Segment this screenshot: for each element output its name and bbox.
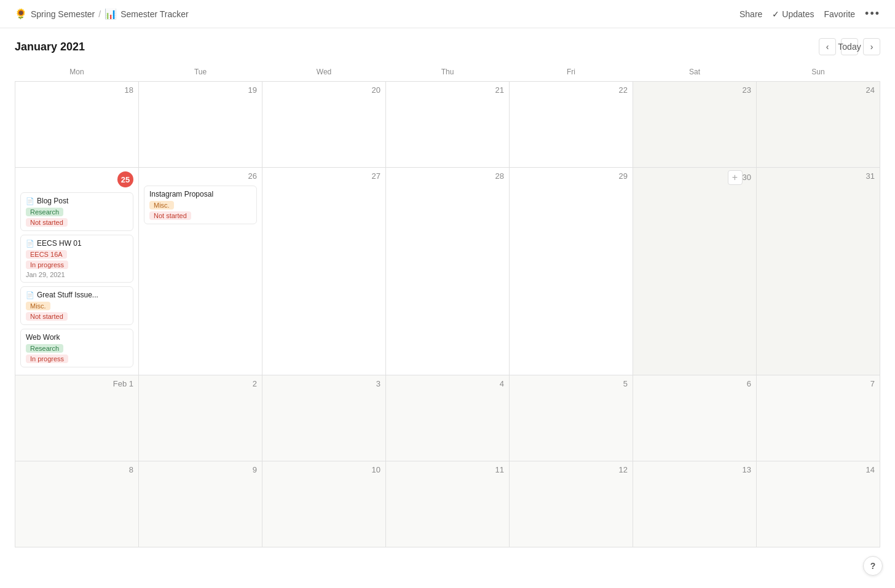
week-row: 18192021222324 bbox=[15, 82, 880, 168]
event-tags: ResearchIn progress bbox=[26, 344, 128, 363]
calendar-day: 25📄Blog PostResearchNot started📄EECS HW … bbox=[15, 168, 139, 375]
event-tag: In progress bbox=[26, 355, 68, 363]
day-num-container: 8 bbox=[20, 465, 133, 477]
document-icon: 📄 bbox=[26, 291, 34, 299]
day-num-container: 13 bbox=[638, 465, 751, 477]
calendar-day: 28 bbox=[386, 168, 510, 375]
event-title-text: Blog Post bbox=[37, 197, 68, 205]
day-num-container: Feb 1 bbox=[20, 379, 133, 391]
day-number: 2 bbox=[253, 379, 257, 388]
parent-icon: 🌻 bbox=[15, 8, 27, 20]
calendar-day: 11 bbox=[386, 461, 510, 547]
calendar-day: 31 bbox=[757, 168, 880, 375]
event-tag: Not started bbox=[149, 211, 191, 220]
event-title: Web Work bbox=[26, 333, 128, 342]
calendar-day: 22 bbox=[510, 82, 633, 168]
event-title-text: EECS HW 01 bbox=[37, 239, 82, 248]
calendar-day: 9 bbox=[139, 461, 262, 547]
day-number: 28 bbox=[495, 171, 504, 181]
day-number: 21 bbox=[495, 85, 504, 95]
week-row: 25📄Blog PostResearchNot started📄EECS HW … bbox=[15, 168, 880, 375]
day-number: 20 bbox=[372, 85, 380, 95]
calendar-day: 6 bbox=[633, 375, 757, 461]
event-tag: EECS 16A bbox=[26, 250, 67, 259]
calendar-wrapper: January 2021 ‹ Today › MonTueWedThuFriSa… bbox=[0, 28, 895, 557]
day-num-container: 29 bbox=[515, 171, 628, 183]
day-number: 30 bbox=[743, 173, 751, 182]
event-title: 📄Blog Post bbox=[26, 197, 128, 205]
calendar-day: 18 bbox=[15, 82, 139, 168]
breadcrumb: 🌻 Spring Semester / 📊 Semester Tracker bbox=[15, 8, 189, 20]
calendar-day: 24 bbox=[757, 82, 880, 168]
calendar-day: 20 bbox=[262, 82, 386, 168]
event-tag: Misc. bbox=[26, 302, 50, 310]
updates-button[interactable]: ✓ Updates bbox=[772, 9, 814, 19]
day-num-container: 18 bbox=[20, 85, 133, 97]
day-num-container: 3 bbox=[267, 379, 380, 391]
calendar-title: January 2021 bbox=[15, 41, 85, 53]
day-num-container: 25 bbox=[20, 171, 133, 190]
calendar-nav: ‹ Today › bbox=[819, 38, 880, 55]
today-button[interactable]: Today bbox=[841, 38, 858, 55]
share-button[interactable]: Share bbox=[739, 9, 762, 19]
day-number: 8 bbox=[129, 465, 133, 474]
day-number: 31 bbox=[866, 171, 875, 181]
day-number: 13 bbox=[743, 465, 751, 474]
calendar-day: 4 bbox=[386, 375, 510, 461]
day-num-container: 7 bbox=[762, 379, 875, 391]
day-num-container: 24 bbox=[762, 85, 875, 97]
day-number: 11 bbox=[495, 465, 504, 474]
calendar-header: January 2021 ‹ Today › bbox=[15, 38, 880, 55]
event-tag: Research bbox=[26, 344, 63, 353]
today-day-num: 25 bbox=[117, 171, 133, 187]
event-title: Instagram Proposal bbox=[149, 190, 251, 198]
day-header-mon: Mon bbox=[15, 65, 139, 82]
event-card[interactable]: 📄EECS HW 01EECS 16AIn progressJan 29, 20… bbox=[20, 235, 133, 283]
calendar-day: +30 bbox=[633, 168, 757, 375]
top-nav: 🌻 Spring Semester / 📊 Semester Tracker S… bbox=[0, 0, 895, 28]
calendar-day: 13 bbox=[633, 461, 757, 547]
favorite-button[interactable]: Favorite bbox=[824, 9, 856, 19]
event-card[interactable]: 📄Great Stuff Issue...Misc.Not started bbox=[20, 286, 133, 325]
event-tags: EECS 16AIn progress bbox=[26, 250, 128, 269]
day-num-container: 9 bbox=[144, 465, 257, 477]
parent-label[interactable]: Spring Semester bbox=[31, 9, 95, 19]
next-month-button[interactable]: › bbox=[863, 38, 880, 55]
add-event-button[interactable]: + bbox=[728, 170, 743, 185]
event-title: 📄EECS HW 01 bbox=[26, 239, 128, 248]
updates-checkmark: ✓ bbox=[772, 9, 779, 19]
event-tag: In progress bbox=[26, 261, 68, 269]
event-date: Jan 29, 2021 bbox=[26, 271, 128, 278]
day-num-container: 23 bbox=[638, 85, 751, 97]
day-number: 10 bbox=[372, 465, 380, 474]
day-num-container: 11 bbox=[391, 465, 504, 477]
day-headers-row: MonTueWedThuFriSatSun bbox=[15, 65, 880, 82]
event-card[interactable]: Instagram ProposalMisc.Not started bbox=[144, 186, 257, 224]
event-tags: Misc.Not started bbox=[26, 302, 128, 321]
day-num-container: 5 bbox=[515, 379, 628, 391]
calendar-day: 14 bbox=[757, 461, 880, 547]
day-header-fri: Fri bbox=[510, 65, 633, 82]
event-card[interactable]: Web WorkResearchIn progress bbox=[20, 329, 133, 367]
day-num-container: 10 bbox=[267, 465, 380, 477]
event-card[interactable]: 📄Blog PostResearchNot started bbox=[20, 192, 133, 231]
day-number: 9 bbox=[253, 465, 257, 474]
breadcrumb-separator: / bbox=[98, 9, 101, 19]
event-tag: Not started bbox=[26, 312, 68, 321]
day-number: 4 bbox=[500, 379, 504, 388]
calendar-day: 23 bbox=[633, 82, 757, 168]
document-icon: 📄 bbox=[26, 240, 34, 248]
day-header-thu: Thu bbox=[386, 65, 510, 82]
week-row: 891011121314 bbox=[15, 461, 880, 547]
calendar-day: 19 bbox=[139, 82, 262, 168]
more-button[interactable]: ••• bbox=[865, 7, 880, 20]
prev-month-button[interactable]: ‹ bbox=[819, 38, 836, 55]
calendar-day: 26Instagram ProposalMisc.Not started bbox=[139, 168, 262, 375]
calendar-day: 21 bbox=[386, 82, 510, 168]
child-label[interactable]: Semester Tracker bbox=[120, 9, 188, 19]
day-header-wed: Wed bbox=[262, 65, 386, 82]
day-num-container: 22 bbox=[515, 85, 628, 97]
calendar-day: 7 bbox=[757, 375, 880, 461]
week-row: Feb 1234567 bbox=[15, 375, 880, 461]
calendar-day: 3 bbox=[262, 375, 386, 461]
